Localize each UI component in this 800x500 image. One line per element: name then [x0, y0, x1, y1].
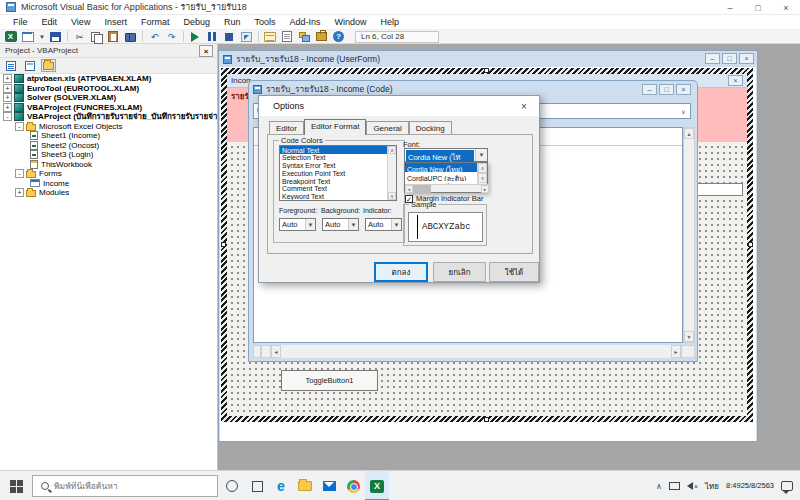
ok-button[interactable]: ตกลง: [374, 262, 428, 282]
mail-button[interactable]: [317, 471, 341, 500]
split-handle-icon[interactable]: [261, 345, 271, 358]
scroll-left-icon[interactable]: ◄: [271, 345, 281, 358]
menu-edit[interactable]: Edit: [35, 16, 65, 28]
foreground-dropdown[interactable]: Auto ▼: [279, 218, 316, 231]
search-input[interactable]: [54, 481, 194, 491]
resize-handle[interactable]: [221, 242, 226, 247]
vba-titlebar[interactable]: Microsoft Visual Basic for Applications …: [0, 0, 800, 15]
tree-item[interactable]: -Forms: [0, 169, 217, 179]
hidden-icons-button[interactable]: ∧: [656, 482, 662, 491]
maximize-icon[interactable]: □: [659, 84, 674, 95]
menu-file[interactable]: File: [6, 16, 35, 28]
tree-item[interactable]: -VBAProject (บันทึกรายรับรายจ่าย_บันทึกร…: [0, 112, 217, 122]
reset-icon[interactable]: [223, 31, 236, 43]
tree-item[interactable]: Sheet3 (Login): [0, 150, 217, 160]
horizontal-scrollbar[interactable]: ◄ ►: [253, 345, 695, 358]
close-icon[interactable]: ×: [739, 53, 754, 64]
scroll-up-icon[interactable]: ▲: [684, 128, 694, 139]
resize-handle[interactable]: [748, 242, 753, 247]
volume-muted-icon[interactable]: ×: [687, 482, 698, 490]
tab-general[interactable]: General: [366, 121, 408, 135]
scrollbar-thumb[interactable]: [413, 185, 431, 193]
margin-indicator-checkbox[interactable]: ✓: [405, 195, 413, 203]
tree-item[interactable]: +Modules: [0, 188, 217, 198]
excel-button[interactable]: X: [365, 471, 389, 500]
view-code-icon[interactable]: [3, 59, 18, 72]
project-explorer-close-icon[interactable]: ×: [199, 45, 213, 57]
font-dropdown[interactable]: Cordia New (ไท ▼: [404, 148, 488, 162]
maximize-icon[interactable]: □: [722, 53, 737, 64]
list-item[interactable]: Selection Text: [280, 154, 387, 162]
properties-window-icon[interactable]: [281, 31, 294, 43]
minimize-icon[interactable]: –: [705, 53, 720, 64]
font-option[interactable]: Cordia New (ไทย): [405, 163, 478, 172]
taskbar-search[interactable]: [32, 475, 218, 497]
copy-icon[interactable]: [90, 31, 103, 43]
scroll-up-icon[interactable]: ∧: [388, 146, 396, 154]
form-close-icon[interactable]: ×: [728, 75, 743, 86]
menu-view[interactable]: View: [64, 16, 97, 28]
collapse-icon[interactable]: -: [15, 169, 24, 178]
resize-handle[interactable]: [484, 417, 489, 422]
scroll-down-icon[interactable]: ∨: [388, 192, 396, 200]
code-colors-listbox[interactable]: Normal Text Selection Text Syntax Error …: [279, 145, 397, 201]
tab-editor-format[interactable]: Editor Format: [304, 119, 366, 135]
expand-icon[interactable]: +: [15, 188, 24, 197]
network-icon[interactable]: [669, 482, 680, 490]
file-explorer-button[interactable]: [293, 471, 317, 500]
menu-addins[interactable]: Add-Ins: [282, 16, 327, 28]
break-icon[interactable]: [206, 31, 219, 43]
action-center-button[interactable]: [781, 481, 793, 491]
project-explorer-header[interactable]: Project - VBAProject ×: [0, 44, 217, 58]
menu-insert[interactable]: Insert: [97, 16, 134, 28]
menu-format[interactable]: Format: [134, 16, 177, 28]
close-icon[interactable]: ×: [509, 96, 539, 116]
list-item[interactable]: Comment Text: [280, 185, 387, 193]
tree-item[interactable]: +atpvbaen.xls (ATPVBAEN.XLAM): [0, 74, 217, 84]
scroll-up-icon[interactable]: ∧: [478, 163, 487, 173]
project-explorer-icon[interactable]: [264, 31, 277, 43]
cancel-button[interactable]: ยกเลิก: [433, 262, 486, 282]
font-list-hscrollbar[interactable]: ◄ ►: [405, 184, 489, 192]
chevron-down-icon[interactable]: ▼: [348, 219, 358, 230]
design-mode-icon[interactable]: [240, 31, 253, 43]
expand-icon[interactable]: +: [3, 103, 12, 112]
view-excel-icon[interactable]: X: [4, 31, 17, 43]
tab-editor[interactable]: Editor: [269, 121, 304, 135]
expand-icon[interactable]: +: [3, 74, 12, 83]
save-icon[interactable]: [49, 31, 62, 43]
list-scrollbar[interactable]: ∧ ∨: [387, 146, 396, 200]
list-item[interactable]: Keyword Text: [280, 193, 387, 200]
font-option[interactable]: CordiaUPC (ละติน): [405, 172, 478, 181]
help-icon[interactable]: ?: [332, 31, 345, 43]
collapse-icon[interactable]: -: [3, 112, 12, 121]
chevron-down-icon[interactable]: ▼: [475, 149, 487, 161]
background-dropdown[interactable]: Auto ▼: [322, 218, 359, 231]
designer-titlebar[interactable]: รายรับ_รายรับ18 - Income (UserForm) – □ …: [219, 51, 757, 67]
maximize-icon[interactable]: □: [744, 0, 772, 15]
menu-help[interactable]: Help: [374, 16, 407, 28]
minimize-icon[interactable]: –: [642, 84, 657, 95]
insert-dropdown-icon[interactable]: ▼: [39, 34, 45, 40]
tab-docking[interactable]: Docking: [409, 121, 452, 135]
font-list-scrollbar[interactable]: ∧ ∨: [477, 163, 487, 185]
resize-grip[interactable]: [681, 345, 695, 358]
tree-item[interactable]: ThisWorkbook: [0, 160, 217, 170]
tree-item[interactable]: +Solver (SOLVER.XLAM): [0, 93, 217, 103]
form-textbox[interactable]: [697, 183, 743, 196]
split-handle-icon[interactable]: [253, 345, 261, 358]
redo-icon[interactable]: ↷: [165, 31, 178, 43]
menu-run[interactable]: Run: [217, 16, 248, 28]
list-item[interactable]: Breakpoint Text: [280, 177, 387, 185]
resize-handle[interactable]: [484, 68, 489, 73]
vertical-scrollbar[interactable]: ▲ ▼: [683, 127, 695, 343]
toggle-folders-icon[interactable]: [41, 59, 56, 72]
close-icon[interactable]: ×: [772, 0, 800, 15]
chevron-down-icon[interactable]: ▼: [305, 219, 315, 230]
object-browser-icon[interactable]: [298, 31, 311, 43]
undo-icon[interactable]: ↶: [148, 31, 161, 43]
chevron-down-icon[interactable]: ▼: [391, 219, 401, 230]
list-item[interactable]: Syntax Error Text: [280, 162, 387, 170]
list-item[interactable]: Execution Point Text: [280, 169, 387, 177]
taskbar-clock[interactable]: 8:49 25/8/2563: [726, 482, 774, 491]
